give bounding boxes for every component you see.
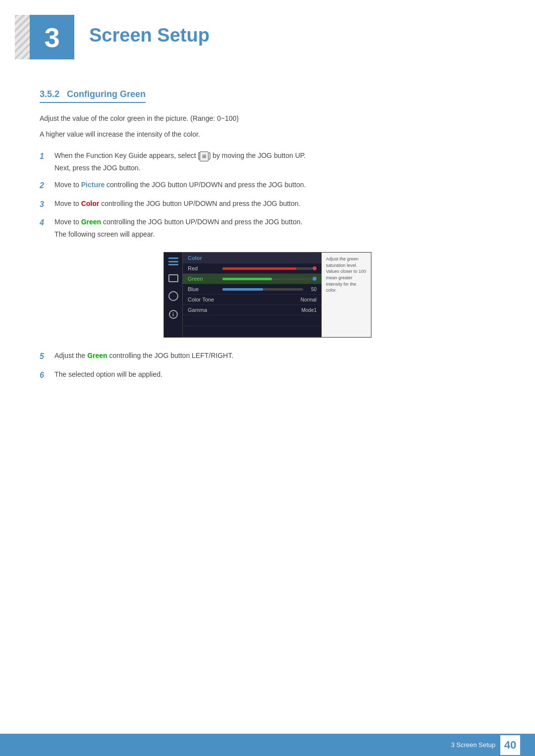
step-4-sub: The following screen will appear. bbox=[54, 229, 495, 240]
page-header: 3 Screen Setup bbox=[0, 0, 535, 69]
step-2-bold: Picture bbox=[81, 181, 105, 189]
section-title: Configuring Green bbox=[67, 89, 146, 99]
step-5-content: Adjust the Green controlling the JOG but… bbox=[54, 350, 495, 361]
mockup-row-gamma: Gamma Mode1 bbox=[183, 305, 321, 315]
monitor-mockup: i Color Red Green bbox=[40, 252, 495, 338]
step-6-content: The selected option will be applied. bbox=[54, 369, 495, 380]
mockup-row-empty2 bbox=[183, 326, 321, 337]
section-number: 3.5.2 bbox=[40, 89, 59, 99]
step-6-number: 6 bbox=[40, 369, 54, 382]
mockup-row-red: Red bbox=[183, 263, 321, 274]
mockup-row-green: Green bbox=[183, 274, 321, 284]
sidebar-icon-image bbox=[168, 274, 178, 282]
step-5-number: 5 bbox=[40, 350, 54, 363]
page-title: Screen Setup bbox=[89, 15, 210, 46]
desc1: Adjust the value of the color green in t… bbox=[40, 113, 495, 124]
steps-after-list: 5 Adjust the Green controlling the JOG b… bbox=[40, 350, 495, 381]
main-content: 3.5.2 Configuring Green Adjust the value… bbox=[0, 69, 535, 427]
step-4-number: 4 bbox=[40, 216, 54, 229]
mockup-sidebar: i bbox=[164, 252, 183, 337]
step-5: 5 Adjust the Green controlling the JOG b… bbox=[40, 350, 495, 363]
mockup-frame: i Color Red Green bbox=[163, 252, 372, 338]
sidebar-icon-info: i bbox=[169, 310, 178, 319]
mockup-bar-blue: 50 bbox=[222, 287, 317, 292]
step-4: 4 Move to Green controlling the JOG butt… bbox=[40, 216, 495, 240]
step-1-content: When the Function Key Guide appears, sel… bbox=[54, 150, 495, 173]
mockup-label-blue: Blue bbox=[188, 286, 222, 292]
mockup-label-colortone: Color Tone bbox=[188, 297, 222, 302]
mockup-label-green: Green bbox=[188, 276, 222, 282]
mockup-fill-green bbox=[222, 278, 272, 280]
step-3: 3 Move to Color controlling the JOG butt… bbox=[40, 198, 495, 211]
step-1: 1 When the Function Key Guide appears, s… bbox=[40, 150, 495, 173]
mockup-bar-red bbox=[222, 267, 313, 270]
mockup-fill-blue bbox=[222, 288, 263, 291]
footer-page-number: 40 bbox=[500, 735, 520, 755]
mockup-fill-red bbox=[222, 267, 296, 270]
kbd-icon: ⊞ bbox=[200, 151, 209, 161]
chapter-number: 3 bbox=[44, 21, 59, 53]
mockup-label-gamma: Gamma bbox=[188, 307, 222, 313]
step-4-bold: Green bbox=[81, 218, 101, 226]
steps-list: 1 When the Function Key Guide appears, s… bbox=[40, 150, 495, 240]
step-1-number: 1 bbox=[40, 150, 54, 163]
sidebar-icon-gear bbox=[168, 291, 178, 301]
mockup-label-red: Red bbox=[188, 265, 222, 271]
mockup-indicator-green bbox=[313, 277, 317, 281]
mockup-value-blue: 50 bbox=[306, 287, 317, 292]
step-4-content: Move to Green controlling the JOG button… bbox=[54, 216, 495, 240]
mockup-bar-green bbox=[222, 278, 313, 280]
section-heading: 3.5.2 Configuring Green bbox=[40, 89, 495, 113]
mockup-tooltip: Adjust the green saturation level. Value… bbox=[321, 252, 371, 337]
mockup-row-empty1 bbox=[183, 315, 321, 326]
mockup-menu: Color Red Green bbox=[183, 252, 321, 337]
step-3-bold: Color bbox=[81, 200, 100, 207]
mockup-row-blue: Blue 50 bbox=[183, 284, 321, 295]
step-6: 6 The selected option will be applied. bbox=[40, 369, 495, 382]
desc2: A higher value will increase the intensi… bbox=[40, 129, 495, 140]
mockup-indicator-red bbox=[313, 266, 317, 270]
mockup-menu-title: Color bbox=[183, 252, 321, 263]
step-1-sub: Next, press the JOG button. bbox=[54, 162, 495, 173]
footer-text: 3 Screen Setup bbox=[451, 741, 495, 749]
step-3-number: 3 bbox=[40, 198, 54, 211]
sidebar-icon-menu bbox=[168, 257, 178, 265]
step-2-number: 2 bbox=[40, 179, 54, 192]
mockup-value-colortone: Normal bbox=[301, 297, 317, 302]
step-2-content: Move to Picture controlling the JOG butt… bbox=[54, 179, 495, 190]
mockup-row-colortone: Color Tone Normal bbox=[183, 295, 321, 305]
mockup-value-gamma: Mode1 bbox=[301, 307, 317, 313]
chapter-box: 3 bbox=[30, 15, 74, 59]
step-3-content: Move to Color controlling the JOG button… bbox=[54, 198, 495, 209]
step-5-bold: Green bbox=[87, 352, 107, 359]
step-2: 2 Move to Picture controlling the JOG bu… bbox=[40, 179, 495, 192]
page-footer: 3 Screen Setup 40 bbox=[0, 734, 535, 756]
